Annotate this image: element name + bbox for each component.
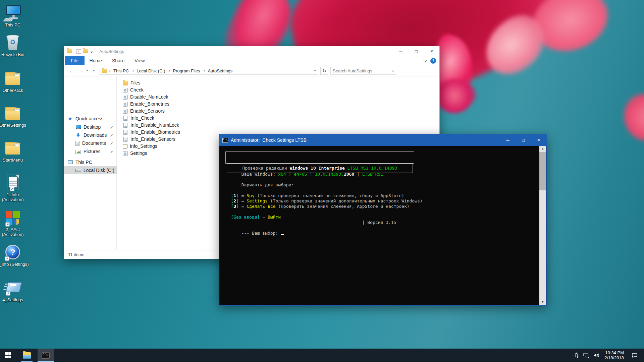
action-center-icon[interactable] <box>629 352 641 358</box>
breadcrumb-this-pc[interactable]: This PC <box>112 68 130 73</box>
close-button[interactable]: × <box>424 46 439 56</box>
taskbar-cmd-button[interactable]: C:\_ <box>38 349 54 362</box>
console-line: Ваша Windows: x64 | en-US | 10.0.14393.2… <box>220 172 383 177</box>
file-row[interactable]: ⚙Enable_Biometrics <box>123 101 169 107</box>
taskbar-file-explorer-button[interactable] <box>19 349 35 362</box>
scroll-up-icon[interactable]: ▲ <box>539 146 546 152</box>
cmd-file-icon: ⚙ <box>123 102 128 107</box>
sidebar-item-documents[interactable]: Documents <box>64 139 117 147</box>
tab-view[interactable]: View <box>129 56 150 65</box>
pin-icon <box>110 150 113 154</box>
refresh-button[interactable]: ↻ <box>320 67 328 75</box>
desktop-icon-2-aact-activation[interactable]: ↗ 2_AAct (Activation) <box>0 208 25 237</box>
taskbar-clock[interactable]: 10:34 PM 2/18/2018 <box>603 350 625 360</box>
network-icon[interactable] <box>583 352 590 358</box>
breadcrumb-autosettings[interactable]: AutoSettings <box>206 68 234 73</box>
sidebar-item-label: Documents <box>82 140 106 146</box>
minimize-button[interactable]: ─ <box>393 46 409 56</box>
back-button[interactable]: ← <box>67 68 75 74</box>
sidebar-item-label: Downloads <box>84 132 107 138</box>
search-box[interactable] <box>330 67 396 75</box>
console-line: [3] = Сделать все (Проверить значения сл… <box>220 204 410 209</box>
cmd-file-icon: ⚙ <box>123 88 128 93</box>
volume-icon[interactable] <box>593 352 600 358</box>
desktop-icon-label: This PC <box>0 22 30 27</box>
desktop-icon-othersettings[interactable]: OtherSettings <box>0 104 25 128</box>
sidebar-item-pictures[interactable]: Pictures <box>64 147 117 156</box>
desktop-icon-otherpack[interactable]: OtherPack <box>0 69 25 93</box>
cmd-app-icon: C:\_ <box>222 138 228 143</box>
sidebar-item-quick-access[interactable]: ★ Quick access <box>64 115 117 123</box>
console-scrollbar[interactable]: ▲ ▼ <box>539 146 546 305</box>
chevron-down-icon <box>90 52 93 53</box>
file-row[interactable]: Info_Enable_Biometrics <box>123 129 180 135</box>
desktop-icon-label: 2_AAct (Activation) <box>0 227 30 237</box>
desktop-icon-4-settings[interactable]: ↗ 4_Settings <box>0 279 25 302</box>
sidebar-item-desktop[interactable]: Desktop <box>64 123 117 131</box>
cmd-file-icon: ⚙ <box>123 95 128 100</box>
console-titlebar[interactable]: C:\_ Administrator: Check Settings LTSB … <box>219 134 546 146</box>
file-row[interactable]: Info_Settings <box>123 143 157 149</box>
settings-panel-icon: ↗ <box>4 280 21 296</box>
file-row[interactable]: Info_Check <box>123 115 154 121</box>
usb-device-icon[interactable] <box>574 352 580 358</box>
console-window-title: Administrator: Check Settings LTSB <box>231 137 307 143</box>
qat-customize-button[interactable] <box>90 50 93 53</box>
uac-shield-icon <box>13 219 20 225</box>
desktop: This PC ♻ Recycle Bin OtherPack OtherSet… <box>0 0 644 362</box>
location-folder-icon <box>102 69 107 73</box>
desktop-icon-this-pc[interactable]: This PC <box>0 4 25 27</box>
file-row[interactable]: ⚙Enable_Sensors <box>123 108 165 114</box>
breadcrumb-program-files[interactable]: Program Files <box>171 68 201 73</box>
maximize-button[interactable]: □ <box>409 46 424 56</box>
file-row[interactable]: Info_Disable_NumLock <box>123 122 179 128</box>
downloads-mini-icon <box>75 132 81 138</box>
items-count: 11 items <box>68 252 84 257</box>
file-row[interactable]: Info_Enable_Sensors <box>123 136 175 142</box>
tab-file[interactable]: File <box>65 56 85 65</box>
text-cursor <box>281 234 284 235</box>
qat-properties-button[interactable]: ✓ <box>76 49 81 54</box>
console-output[interactable]: Проверка редакции Windows 10 Enterprise … <box>220 146 539 305</box>
desktop-icon-3-info-settings[interactable]: ? ↗ 3_Info (Settings) <box>0 243 25 267</box>
folder-icon <box>4 106 21 122</box>
file-row[interactable]: Files <box>123 79 141 86</box>
sidebar-item-label: Local Disk (C:) <box>84 168 114 173</box>
file-row[interactable]: ⚙Check <box>123 86 144 93</box>
file-row[interactable]: ⚙Settings <box>123 150 147 157</box>
close-button[interactable]: × <box>531 134 546 146</box>
forward-button[interactable]: → <box>77 68 84 74</box>
address-dropdown-icon[interactable] <box>314 70 316 71</box>
console-line: [Без ввода] = Выйти <box>220 215 281 220</box>
tab-home[interactable]: Home <box>85 56 107 65</box>
tab-share[interactable]: Share <box>107 56 129 65</box>
recycle-bin-icon: ♻ <box>5 34 20 51</box>
explorer-titlebar[interactable]: ✓ AutoSettings ─ □ × <box>64 46 439 56</box>
breadcrumb-local-disk[interactable]: Local Disk (C:) <box>135 68 166 73</box>
start-button[interactable] <box>0 349 16 362</box>
scroll-down-icon[interactable]: ▼ <box>539 299 546 305</box>
folder-icon <box>4 71 21 87</box>
recent-locations-icon[interactable] <box>86 70 88 71</box>
desktop-icon-label: StartMenu <box>0 158 30 163</box>
ribbon-collapse-icon[interactable] <box>423 58 427 62</box>
desktop-icon-1-info-activation[interactable]: ↗ 1_Info (Activation) <box>0 174 25 202</box>
desktop-icon-recycle-bin[interactable]: ♻ Recycle Bin <box>0 34 25 57</box>
desktop-icon-startmenu[interactable]: StartMenu <box>0 139 25 163</box>
chevron-right-icon <box>108 69 111 72</box>
up-button[interactable]: ↑ <box>90 68 98 74</box>
minimize-button[interactable]: ─ <box>500 134 516 146</box>
scrollbar-thumb[interactable] <box>539 152 546 190</box>
search-input[interactable] <box>333 68 392 73</box>
text-file-icon <box>123 137 127 142</box>
sidebar-item-downloads[interactable]: Downloads <box>64 131 117 139</box>
documents-mini-icon <box>75 141 79 146</box>
maximize-button[interactable]: □ <box>516 134 531 146</box>
help-icon[interactable]: ? <box>430 58 436 64</box>
address-bar[interactable]: This PC Local Disk (C:) Program Files Au… <box>100 67 318 75</box>
sidebar-item-local-disk[interactable]: Local Disk (C:) <box>64 166 117 174</box>
sidebar-item-this-pc[interactable]: This PC <box>64 158 117 166</box>
qat-new-folder-button[interactable] <box>83 49 88 53</box>
window-title: AutoSettings <box>99 49 124 54</box>
file-row[interactable]: ⚙Disable_NumLock <box>123 94 168 100</box>
